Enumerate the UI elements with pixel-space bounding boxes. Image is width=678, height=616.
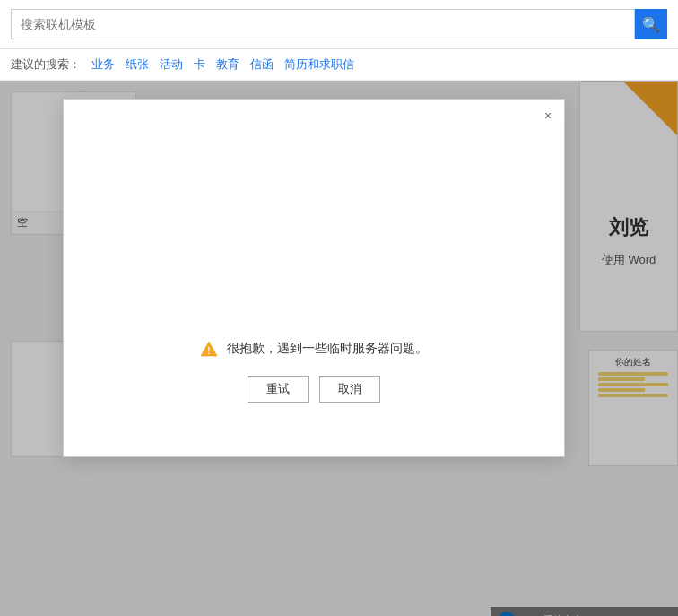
modal-error-section: ! 很抱歉，遇到一些临时服务器问题。 重试 取消 <box>64 340 564 403</box>
main-content: 空 刘览 使用 Word 你的姓名 W7 Win7系统之家 www.Winwin… <box>0 81 678 616</box>
modal-dialog: × ! 很抱歉，遇到一些临时服务器问题。 重试 取消 <box>63 99 565 457</box>
suggestion-letter[interactable]: 信函 <box>250 56 274 73</box>
modal-overlay: × ! 很抱歉，遇到一些临时服务器问题。 重试 取消 <box>0 81 678 616</box>
suggestions-label: 建议的搜索： <box>11 56 81 73</box>
retry-button[interactable]: 重试 <box>248 376 309 403</box>
search-button[interactable]: 🔍 <box>635 9 667 39</box>
modal-buttons: 重试 取消 <box>248 376 380 403</box>
cancel-button[interactable]: 取消 <box>319 376 380 403</box>
modal-close-button[interactable]: × <box>539 107 557 125</box>
suggestion-activity[interactable]: 活动 <box>160 56 183 73</box>
search-bar: 🔍 <box>0 0 678 49</box>
suggestion-resume[interactable]: 简历和求职信 <box>284 56 354 73</box>
close-icon: × <box>544 108 552 123</box>
error-message-row: ! 很抱歉，遇到一些临时服务器问题。 <box>200 340 428 358</box>
error-message-text: 很抱歉，遇到一些临时服务器问题。 <box>227 341 428 357</box>
warning-icon: ! <box>200 340 218 358</box>
search-icon: 🔍 <box>642 16 660 33</box>
svg-text:!: ! <box>207 346 210 356</box>
suggestion-business[interactable]: 业务 <box>91 56 115 73</box>
search-input[interactable] <box>11 9 635 39</box>
suggestions-row: 建议的搜索： 业务 纸张 活动 卡 教育 信函 简历和求职信 <box>0 49 678 81</box>
suggestion-education[interactable]: 教育 <box>216 56 239 73</box>
suggestion-card[interactable]: 卡 <box>194 56 205 73</box>
suggestion-paper[interactable]: 纸张 <box>126 56 149 73</box>
